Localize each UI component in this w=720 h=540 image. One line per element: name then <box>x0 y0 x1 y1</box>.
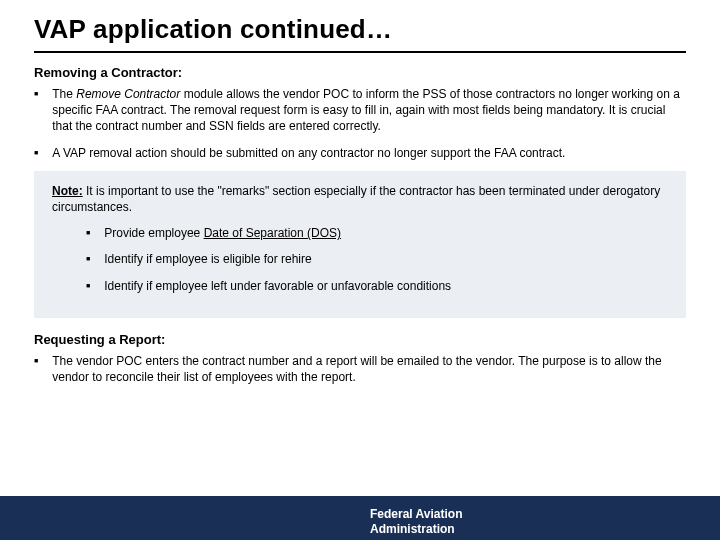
bullet-text: Provide employee Date of Separation (DOS… <box>104 225 341 241</box>
agency-name: Federal Aviation Administration <box>370 507 462 537</box>
bullet-icon: ■ <box>34 90 38 135</box>
bullet-text: The vendor POC enters the contract numbe… <box>52 353 686 385</box>
bullet-text: A VAP removal action should be submitted… <box>52 145 565 161</box>
text-frag: Provide employee <box>104 226 203 240</box>
subhead-removing: Removing a Contractor: <box>34 65 720 80</box>
page-title: VAP application continued… <box>34 14 720 45</box>
subhead-report: Requesting a Report: <box>34 332 720 347</box>
bullet-icon: ■ <box>86 229 90 241</box>
bullet-text: Identify if employee is eligible for reh… <box>104 251 311 267</box>
text-frag: The <box>52 87 76 101</box>
text-em: Remove Contractor <box>76 87 180 101</box>
list-item: ■ The Remove Contractor module allows th… <box>34 86 686 135</box>
list-item: ■ The vendor POC enters the contract num… <box>34 353 686 385</box>
note-text: It is important to use the "remarks" sec… <box>52 184 660 214</box>
bullet-icon: ■ <box>86 282 90 294</box>
footer-bar: Federal Aviation Administration <box>0 496 720 540</box>
bullets-removing: ■ The Remove Contractor module allows th… <box>34 86 686 161</box>
agency-line2: Administration <box>370 522 455 536</box>
bullet-icon: ■ <box>34 149 38 161</box>
bullet-text: The Remove Contractor module allows the … <box>52 86 686 135</box>
bullets-report: ■ The vendor POC enters the contract num… <box>34 353 686 385</box>
note-box: Note: It is important to use the "remark… <box>34 171 686 318</box>
list-item: ■ A VAP removal action should be submitt… <box>34 145 686 161</box>
bullet-text: Identify if employee left under favorabl… <box>104 278 451 294</box>
agency-line1: Federal Aviation <box>370 507 462 521</box>
text-underline: Date of Separation (DOS) <box>204 226 341 240</box>
bullet-icon: ■ <box>86 255 90 267</box>
list-item: ■ Identify if employee is eligible for r… <box>86 251 668 267</box>
note-inner-list: ■ Provide employee Date of Separation (D… <box>86 225 668 294</box>
list-item: ■ Provide employee Date of Separation (D… <box>86 225 668 241</box>
note-line: Note: It is important to use the "remark… <box>52 183 668 215</box>
bullet-icon: ■ <box>34 357 38 385</box>
slide: VAP application continued… Removing a Co… <box>0 14 720 540</box>
note-label: Note: <box>52 184 83 198</box>
title-rule <box>34 51 686 53</box>
list-item: ■ Identify if employee left under favora… <box>86 278 668 294</box>
